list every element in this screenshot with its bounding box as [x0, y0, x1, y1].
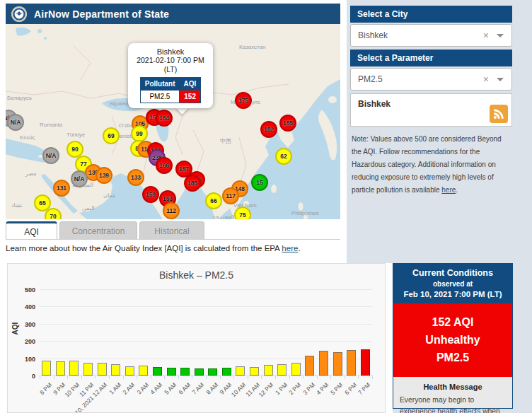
popup-timezone: (LT): [164, 65, 177, 74]
aqi-marker[interactable]: 139: [96, 167, 112, 184]
aqi-marker[interactable]: 117: [222, 187, 239, 204]
select-city-panel: Select a City Bishkek ×: [350, 6, 512, 47]
chart-bar[interactable]: [180, 368, 190, 376]
learn-more-text: Learn more about how the Air Quality Ind…: [6, 244, 301, 252]
chart-bar[interactable]: [319, 351, 328, 376]
current-conditions-header: Current Conditions observed at Feb 10, 2…: [393, 264, 512, 303]
chart-bar[interactable]: [361, 349, 370, 376]
aqi-marker[interactable]: 166: [156, 157, 173, 174]
note-here-link[interactable]: here: [441, 186, 456, 194]
chart-bar[interactable]: [56, 361, 65, 376]
aqi-marker[interactable]: 62: [275, 148, 292, 165]
aqi-marker[interactable]: 66: [205, 192, 222, 209]
aqi-marker[interactable]: 182: [260, 121, 277, 138]
city-select-value: Bishkek: [358, 30, 388, 40]
aqi-marker[interactable]: N/A: [71, 170, 88, 187]
chart-x-tick: [261, 376, 262, 379]
chart-x-tick: [67, 376, 68, 379]
chart-bar[interactable]: [264, 365, 273, 376]
chart-bar[interactable]: [153, 367, 162, 376]
aqi-marker[interactable]: 159: [142, 186, 159, 203]
chart-bar[interactable]: [69, 361, 79, 376]
cc-aqi-block: 152 AQI Unhealthy PM2.5: [393, 303, 512, 377]
chart-bar[interactable]: [277, 364, 287, 376]
app-header: AirNow Department of State: [6, 4, 340, 24]
aqi-marker[interactable]: 185: [184, 175, 201, 192]
chart-bar[interactable]: [111, 364, 120, 376]
chart-bar[interactable]: [98, 363, 107, 376]
chart-bar[interactable]: [83, 363, 93, 376]
parameter-select[interactable]: PM2.5 ×: [350, 68, 512, 91]
aqi-marker[interactable]: 131: [53, 180, 70, 197]
world-aqi-map[interactable]: БеларусьУкраїнаRomaniaΕλλάςTürkiyeКазахс…: [6, 24, 340, 219]
chart-x-tick: [164, 376, 165, 379]
popup-pollutant-value: PM2.5: [140, 91, 179, 103]
cc-aqi-value: 152 AQI: [396, 314, 509, 332]
department-of-state-seal-icon: [11, 6, 28, 23]
current-conditions-panel: Current Conditions observed at Feb 10, 2…: [393, 263, 513, 409]
airnow-page: AirNow Department of State: [0, 0, 532, 413]
city-caret-icon[interactable]: [497, 34, 504, 37]
aqi-marker[interactable]: 155: [279, 115, 296, 132]
aqi-marker[interactable]: N/A: [42, 147, 59, 164]
chart-x-tick: [54, 376, 54, 379]
chart-gridline: [40, 341, 372, 342]
chart-bar[interactable]: [291, 363, 301, 376]
chart-x-tick: [275, 376, 276, 379]
epa-link[interactable]: here: [282, 244, 298, 252]
chart-y-tick-label: 300: [13, 321, 35, 328]
chart-bar[interactable]: [139, 366, 148, 376]
chart-bar[interactable]: [305, 356, 314, 376]
chart-x-tick: [95, 376, 96, 379]
cc-health-title: Health Message: [393, 383, 512, 391]
parameter-caret-icon[interactable]: [497, 78, 504, 81]
chart-bar[interactable]: [222, 368, 231, 376]
tab-concentration[interactable]: Concentration: [59, 221, 137, 240]
view-tabs: AQI Concentration Historical: [6, 221, 204, 240]
aqi-marker[interactable]: 15: [251, 174, 268, 191]
chart-bar[interactable]: [167, 368, 176, 376]
parameter-clear-icon[interactable]: ×: [483, 74, 489, 85]
aqi-marker[interactable]: 164: [156, 110, 173, 127]
popup-table: Pollutant AQI PM2.5 152: [140, 77, 202, 103]
aqi-marker[interactable]: 112: [163, 202, 180, 219]
chart-gridline: [40, 306, 372, 307]
aqi-marker[interactable]: 133: [127, 169, 144, 186]
popup-datetime: 2021-02-10 7:00 PM: [137, 56, 204, 64]
popup-col-pollutant: Pollutant: [140, 78, 179, 91]
chart-bar[interactable]: [208, 368, 217, 376]
cc-parameter: PM2.5: [396, 349, 509, 367]
chart-x-tick: [330, 376, 331, 379]
chart-bar[interactable]: [236, 366, 245, 376]
chart-title: Bishkek – PM2.5: [8, 269, 385, 281]
aqi-marker[interactable]: 175: [235, 92, 252, 109]
chart-bar[interactable]: [347, 350, 356, 376]
tab-historical[interactable]: Historical: [139, 221, 204, 240]
chart-x-tick: [206, 376, 207, 379]
chart-x-tick: [220, 376, 221, 379]
chart-bar[interactable]: [333, 352, 342, 376]
chart-x-tick: [109, 376, 110, 379]
chart-x-tick: [192, 376, 192, 379]
city-select[interactable]: Bishkek ×: [350, 24, 512, 47]
chart-y-tick-label: 400: [13, 303, 35, 310]
chart-bar[interactable]: [42, 361, 51, 376]
aqi-marker[interactable]: N/A: [7, 114, 24, 131]
chart-bar[interactable]: [125, 366, 134, 376]
map-popup: Bishkek 2021-02-10 7:00 PM (LT) Pollutan…: [128, 43, 213, 108]
feed-city-label: Bishkek: [358, 99, 511, 109]
aqi-marker[interactable]: 69: [103, 127, 120, 144]
learn-more-after: .: [298, 244, 300, 252]
chart-x-tick: [81, 376, 82, 379]
chart-x-tick: [303, 376, 303, 379]
chart-x-tick: [345, 376, 345, 379]
city-clear-icon[interactable]: ×: [483, 30, 489, 41]
tab-aqi[interactable]: AQI: [6, 221, 57, 240]
aqi-marker[interactable]: 75: [234, 206, 251, 219]
cc-health-message: Everyone may begin to experience health …: [393, 395, 512, 413]
chart-bar[interactable]: [195, 368, 204, 376]
rss-feed-icon[interactable]: [490, 105, 508, 123]
cc-health-block: Health Message Everyone may begin to exp…: [393, 377, 512, 413]
chart-bar[interactable]: [250, 367, 259, 376]
chart-gridline: [40, 289, 372, 290]
